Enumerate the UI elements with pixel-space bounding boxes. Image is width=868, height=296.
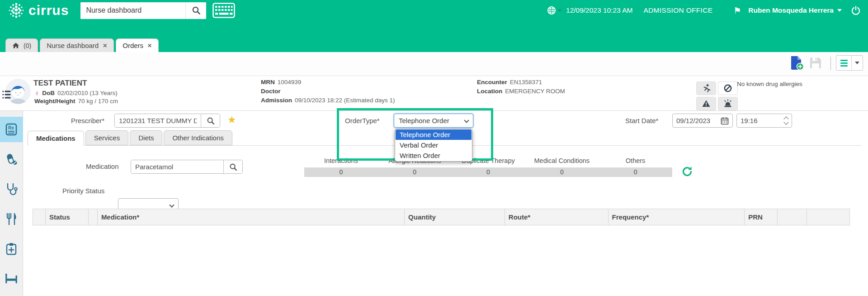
virtual-keyboard-button[interactable] — [212, 3, 235, 18]
search-icon — [229, 163, 237, 171]
flag-icon[interactable]: ⚑ — [733, 6, 741, 15]
female-gender-icon: ♀ — [34, 89, 39, 97]
sidebar-item-other-indications[interactable] — [0, 236, 23, 262]
cirrus-logo: cirrus — [7, 1, 69, 19]
patient-location-row: Location EMERGENCY ROOM — [477, 88, 565, 95]
alert-col-label: Medical Conditions — [525, 157, 599, 164]
patient-header: TEST PATIENT ♀ DoB 02/02/2010 (13 Years)… — [0, 76, 868, 111]
globe-icon — [547, 5, 557, 15]
language-globe-button[interactable] — [547, 5, 561, 15]
pill-icon — [5, 153, 18, 166]
col-prn: PRN — [745, 209, 778, 225]
allergy-note: No known drug allergies — [737, 81, 802, 87]
alert-summary: Interactions Allergic Reactions Duplicat… — [304, 157, 672, 177]
tab-diets[interactable]: Diets — [130, 130, 162, 145]
alarm-button[interactable] — [718, 97, 738, 110]
mrn-value: 1004939 — [278, 79, 302, 86]
orders-panel: Prescriber* ★ OrderType* Telephone Order… — [23, 111, 868, 296]
chevron-down-icon — [464, 118, 469, 123]
patient-mrn-row: MRN 1004939 — [261, 79, 301, 86]
ordertype-option-telephone[interactable]: Telephone Order — [396, 129, 472, 140]
sidebar-item-bed[interactable] — [0, 266, 23, 291]
start-date-label: Start Date* — [625, 117, 658, 124]
keyboard-icon — [212, 3, 235, 18]
fall-risk-button[interactable] — [696, 81, 716, 95]
col-quantity: Quantity — [405, 209, 505, 225]
orders-table-header: Status Medication* Quantity Route* Frequ… — [33, 209, 850, 225]
top-bar-right: 12/09/2023 10:23 AM ADMISSION OFFICE ⚑ R… — [547, 5, 861, 15]
close-tab-icon[interactable]: ✕ — [147, 43, 152, 49]
sidebar-item-diets[interactable] — [0, 206, 23, 232]
new-order-button[interactable] — [789, 55, 804, 71]
tab-medications[interactable]: Medications — [28, 131, 84, 146]
global-search-button[interactable] — [185, 2, 206, 19]
refresh-icon — [681, 165, 693, 178]
prescriber-input[interactable] — [115, 114, 201, 127]
globe-caret-icon — [558, 10, 561, 12]
ordertype-option-written[interactable]: Written Order — [396, 150, 472, 161]
sidebar-item-prescriptions[interactable]: Rx — [0, 117, 23, 142]
ordertype-option-verbal[interactable]: Verbal Order — [396, 140, 472, 150]
spinner-down-icon[interactable] — [783, 119, 788, 124]
logout-button[interactable] — [851, 5, 861, 15]
list-view-button[interactable] — [836, 56, 852, 70]
sidebar-item-services[interactable] — [0, 177, 23, 202]
list-menu-icon — [2, 90, 12, 100]
close-tab-icon[interactable]: ✕ — [103, 43, 107, 49]
user-menu-caret-icon[interactable] — [837, 9, 842, 12]
prescription-rx-icon: Rx — [5, 123, 18, 136]
medication-search-input[interactable] — [131, 160, 223, 173]
top-bar-row: cirrus — [0, 0, 868, 21]
list-view-caret-button[interactable] — [852, 56, 863, 70]
tab-services[interactable]: Services — [85, 130, 129, 145]
doctor-label: Doctor — [261, 88, 281, 95]
start-time-input[interactable] — [741, 117, 781, 124]
medication-search-button[interactable] — [223, 160, 242, 173]
refresh-alerts-button[interactable] — [681, 165, 693, 179]
ordertype-selected-value: Telephone Order — [399, 117, 449, 124]
patient-dob-row: ♀ DoB 02/02/2010 (13 Years) — [34, 89, 118, 97]
calendar-icon[interactable] — [721, 117, 729, 125]
col-route: Route* — [505, 209, 609, 225]
prescriber-label: Prescriber* — [71, 117, 104, 124]
start-date-input[interactable] — [676, 117, 718, 124]
tab-other-indications[interactable]: Other Indications — [164, 130, 232, 145]
col-frequency: Frequency* — [609, 209, 745, 225]
prescriber-search-button[interactable] — [201, 114, 220, 127]
col-spacer — [89, 209, 98, 225]
favorites-star-icon[interactable]: ★ — [227, 115, 236, 125]
col-extra-2 — [807, 209, 849, 225]
toolbar-separator — [830, 57, 831, 70]
patient-doctor-row: Doctor — [261, 88, 281, 95]
clipboard-plus-icon — [5, 242, 18, 256]
patient-alert-buttons — [696, 81, 738, 110]
ordertype-select[interactable]: Telephone Order — [394, 114, 473, 128]
col-status: Status — [46, 209, 89, 225]
mrn-label: MRN — [261, 79, 275, 86]
warning-button[interactable] — [696, 97, 716, 110]
ban-circle-icon — [723, 84, 732, 93]
tab-nurse-dashboard[interactable]: Nurse dashboard ✕ — [40, 38, 114, 52]
alert-col-value: 0 — [599, 167, 672, 177]
chevron-down-icon — [169, 202, 174, 207]
sidebar-item-medications[interactable] — [0, 147, 23, 172]
user-name[interactable]: Ruben Mosqueda Herrera — [748, 6, 834, 14]
tab-home[interactable]: (0) — [5, 38, 38, 52]
ordertype-dropdown-list: Telephone Order Verbal Order Written Ord… — [395, 129, 472, 162]
cirrus-logo-dots-icon — [7, 1, 25, 19]
encounter-value: EN1358371 — [510, 79, 542, 86]
home-icon — [12, 42, 19, 49]
tab-orders[interactable]: Orders ✕ — [116, 38, 159, 52]
no-allergies-button[interactable] — [718, 81, 738, 95]
bed-icon — [5, 272, 18, 286]
dob-value: 02/02/2010 (13 Years) — [57, 90, 118, 96]
alert-col-value: 0 — [304, 167, 378, 177]
location-value: EMERGENCY ROOM — [505, 88, 565, 95]
home-tab-count: (0) — [24, 42, 31, 49]
patient-context-menu-button[interactable] — [2, 90, 12, 101]
save-button[interactable] — [809, 56, 822, 70]
view-list-split-button — [836, 55, 863, 71]
search-icon — [192, 6, 201, 15]
global-search-input[interactable] — [80, 2, 185, 19]
tab-label: Nurse dashboard — [47, 42, 99, 49]
